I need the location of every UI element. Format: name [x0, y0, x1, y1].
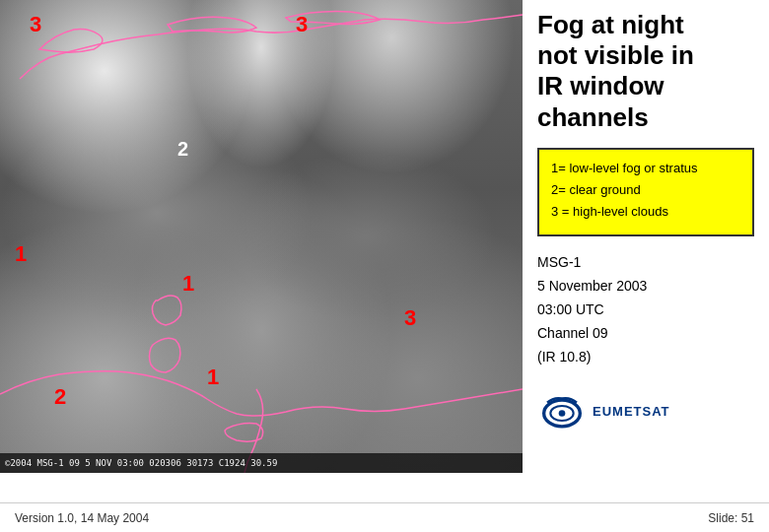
slide-number: Slide: 51	[708, 511, 754, 525]
legend-item-3: 3 = high-level clouds	[551, 203, 740, 221]
satellite-image: 3 3 2 1 1 3 1 2 ©2004 MSG-1 09 5 NOV 03:…	[0, 0, 523, 473]
satellite-image-panel: 3 3 2 1 1 3 1 2 ©2004 MSG-1 09 5 NOV 03:…	[0, 0, 523, 473]
title-line2: not visible in	[537, 40, 694, 70]
label-middle-2: 2	[177, 138, 188, 161]
legend-item-1: 1= low-level fog or stratus	[551, 160, 740, 177]
eumetsat-logo-section: EUMETSAT	[537, 386, 754, 435]
legend-item-2: 2= clear ground	[551, 181, 740, 199]
main-content: 3 3 2 1 1 3 1 2 ©2004 MSG-1 09 5 NOV 03:…	[0, 0, 769, 502]
right-panel: Fog at night not visible in IR window ch…	[523, 0, 769, 502]
bottom-bar: Version 1.0, 14 May 2004 Slide: 51	[0, 502, 769, 532]
meta-line5: (IR 10.8)	[537, 346, 754, 369]
version-text: Version 1.0, 14 May 2004	[15, 511, 149, 525]
eumetsat-text: EUMETSAT	[593, 404, 670, 419]
eumetsat-logo-svg	[537, 386, 587, 435]
title-block: Fog at night not visible in IR window ch…	[537, 10, 754, 133]
title-line4: channels	[537, 102, 649, 132]
slide-title: Fog at night not visible in IR window ch…	[537, 10, 754, 133]
label-top-right-3: 3	[296, 12, 308, 37]
label-center-1: 1	[182, 271, 194, 297]
title-line1: Fog at night	[537, 10, 684, 39]
meta-line3: 03:00 UTC	[537, 299, 754, 322]
meta-line1: MSG-1	[537, 251, 754, 275]
meta-line4: Channel 09	[537, 322, 754, 346]
meta-line2: 5 November 2003	[537, 275, 754, 299]
title-line3: IR window	[537, 71, 664, 100]
label-top-left-3: 3	[30, 12, 41, 37]
legend-box: 1= low-level fog or stratus 2= clear gro…	[537, 148, 754, 237]
image-status-text: ©2004 MSG-1 09 5 NOV 03:00 020306 30173 …	[5, 458, 277, 468]
label-right-3: 3	[404, 305, 416, 331]
image-status-bar: ©2004 MSG-1 09 5 NOV 03:00 020306 30173 …	[0, 453, 523, 473]
label-left-1: 1	[15, 241, 27, 267]
meta-info: MSG-1 5 November 2003 03:00 UTC Channel …	[537, 251, 754, 368]
label-bottom-2: 2	[54, 384, 66, 410]
label-bottom-1: 1	[207, 365, 219, 390]
svg-point-2	[559, 410, 566, 417]
